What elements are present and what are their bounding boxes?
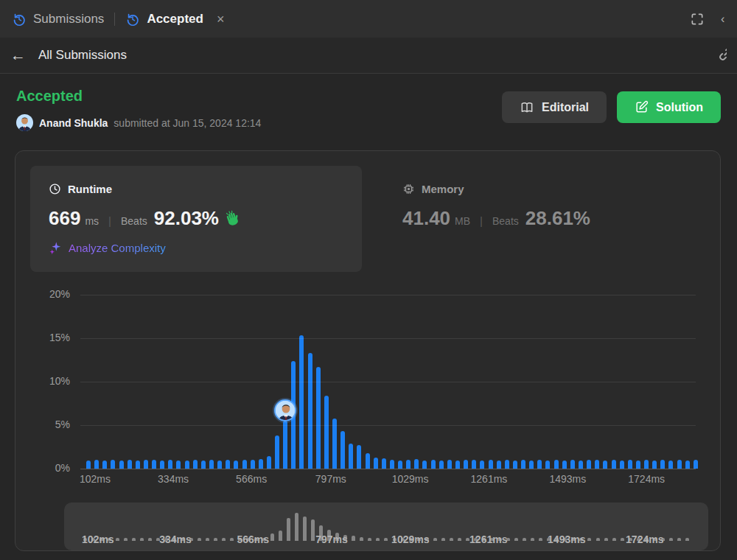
chart-bar[interactable] [357,445,361,469]
chart-bar[interactable] [472,460,476,469]
chart-bar[interactable] [374,458,378,469]
chart-bar[interactable] [579,461,583,469]
chart-bar[interactable] [628,460,632,469]
chart-bar[interactable] [505,460,509,469]
chart-bar[interactable] [86,461,91,469]
chart-bar[interactable] [119,461,124,469]
tab-submissions[interactable]: Submissions [12,12,104,27]
memory-tile[interactable]: Memory 41.40 MB | Beats 28.61% [384,166,707,272]
chart-bar[interactable] [414,459,419,469]
chart-bar[interactable] [324,396,329,469]
minimap-tick-label: 334ms [159,533,192,545]
chart-bar[interactable] [398,461,402,469]
chart-bar[interactable] [242,460,247,469]
chart-bar[interactable] [529,461,534,469]
chart-bar[interactable] [340,431,345,469]
minimap-bar [612,538,616,541]
chart-bar[interactable] [185,461,189,469]
chart-bar[interactable] [562,461,567,469]
chart-bar[interactable] [554,460,559,469]
memory-beats-value: 28.61% [525,207,590,230]
user-runtime-bar[interactable] [283,421,287,469]
chart-bar[interactable] [308,353,312,469]
chart-bar[interactable] [168,460,172,469]
fullscreen-icon[interactable] [690,12,705,27]
avatar[interactable] [16,114,33,131]
chart-bar[interactable] [102,461,107,469]
chart-bar[interactable] [226,460,230,469]
chart-bar[interactable] [612,460,616,469]
link-icon[interactable] [716,44,727,66]
chart-bar[interactable] [176,461,181,469]
analyze-complexity-link[interactable]: Analyze Complexity [49,241,343,255]
chart-bar[interactable] [275,435,279,469]
chart-bar[interactable] [455,461,460,469]
chart-bar[interactable] [570,460,575,469]
chart-bar[interactable] [595,460,599,469]
chart-bar[interactable] [152,460,156,469]
chart-bar[interactable] [603,461,607,469]
chart-bar[interactable] [201,461,206,469]
chart-bar[interactable] [497,461,501,469]
runtime-unit: ms [85,215,99,227]
chart-bar[interactable] [111,460,115,469]
chart-bar[interactable] [128,460,132,469]
chart-bar[interactable] [94,460,99,469]
chart-bar[interactable] [267,456,271,469]
chart-bar[interactable] [464,460,468,469]
chart-bar[interactable] [439,461,444,469]
solution-button[interactable]: Solution [617,91,721,123]
chart-bar[interactable] [636,461,640,469]
chart-bar[interactable] [259,459,263,469]
chart-bar[interactable] [660,460,665,469]
chart-bar[interactable] [349,444,353,469]
chart-bar[interactable] [677,460,682,469]
result-card: Runtime 669 ms | Beats 92.03% [15,150,721,551]
runtime-beats-label: Beats [121,215,147,227]
chart-bar[interactable] [390,460,394,469]
chart-bar[interactable] [587,460,591,469]
chart-bar[interactable] [136,461,140,469]
chart-bar[interactable] [299,335,304,469]
nav-title[interactable]: All Submissions [38,48,127,63]
chart-bar[interactable] [234,461,238,469]
chart-bar[interactable] [251,460,255,469]
chart-bar[interactable] [217,461,222,469]
distribution-minimap[interactable]: 102ms334ms566ms797ms1029ms1261ms1493ms17… [64,503,708,550]
chart-bar[interactable] [366,453,370,469]
chart-bar[interactable] [620,461,624,469]
chart-gridline [80,295,696,295]
chart-bar[interactable] [447,460,452,469]
chart-bar[interactable] [537,460,542,469]
x-axis-tick-label: 1029ms [392,473,429,485]
chart-bar[interactable] [513,461,517,469]
chart-bar[interactable] [694,460,698,469]
chart-bar[interactable] [406,460,411,469]
chart-bar[interactable] [431,460,436,469]
close-icon[interactable]: × [217,13,225,26]
chart-bar[interactable] [193,460,198,469]
back-arrow-icon[interactable]: ← [10,46,29,64]
chart-bar[interactable] [209,460,214,469]
chart-bar[interactable] [422,461,427,469]
chart-bar[interactable] [480,461,484,469]
chart-bar[interactable] [644,460,649,469]
chart-bar[interactable] [521,460,525,469]
tab-accepted[interactable]: Accepted × [125,12,224,27]
editorial-button[interactable]: Editorial [502,91,607,123]
chart-bar[interactable] [382,458,386,469]
history-icon [125,12,140,27]
user-name[interactable]: Anand Shukla [39,117,108,129]
memory-value: 41.40 [402,207,450,230]
chart-bar[interactable] [668,461,673,469]
runtime-tile[interactable]: Runtime 669 ms | Beats 92.03% [30,166,362,272]
chart-bar[interactable] [652,461,657,469]
y-axis-tick-label: 10% [32,375,70,387]
chart-bar[interactable] [160,461,164,469]
chart-bar[interactable] [144,460,148,469]
chart-bar[interactable] [685,461,690,469]
chart-bar[interactable] [489,460,493,469]
analyze-complexity-label: Analyze Complexity [69,242,166,254]
overflow-icon[interactable]: ‹ [721,13,725,26]
chart-bar[interactable] [545,461,550,469]
